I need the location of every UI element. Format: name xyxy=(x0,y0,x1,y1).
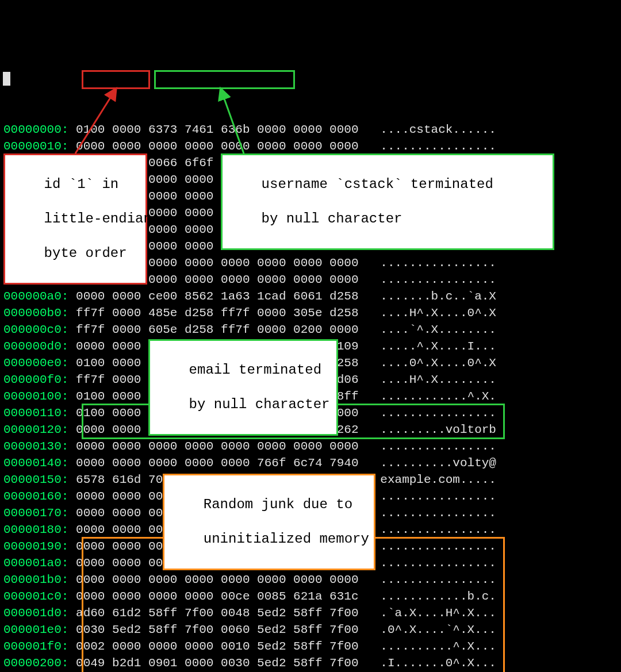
annotation-id-line2: little-endian xyxy=(44,211,152,226)
hexdump-row: 000000c0: ff7f 0000 605e d258 ff7f 0000 … xyxy=(3,321,621,338)
highlight-username-bytes xyxy=(154,70,295,89)
annotation-username-line1: username `cstack` terminated xyxy=(262,176,493,192)
hexdump-row: 00000140: 0000 0000 0000 0000 0000 766f … xyxy=(3,455,621,471)
annotation-id: id `1` in little-endian byte order xyxy=(3,153,147,285)
hexdump-row: 000000b0: ff7f 0000 485e d258 ff7f 0000 … xyxy=(3,305,621,321)
text-cursor xyxy=(3,72,10,86)
highlight-id-bytes xyxy=(82,70,150,89)
annotation-username: username `cstack` terminated by null cha… xyxy=(221,153,554,250)
hexdump-row: 00000000: 0100 0000 6373 7461 636b 0000 … xyxy=(3,121,621,138)
hexdump-annotated-view: 00000000: 0100 0000 6373 7461 636b 0000 … xyxy=(0,67,621,672)
hexdump-row: 000000a0: 0000 0000 ce00 8562 1a63 1cad … xyxy=(3,288,621,305)
hexdump-row: 00000010: 0000 0000 0000 0000 0000 0000 … xyxy=(3,138,621,155)
hexdump-row: 00000130: 0000 0000 0000 0000 0000 0000 … xyxy=(3,438,621,455)
annotation-junk: Random junk due to uninitialized memory xyxy=(163,474,375,570)
annotation-junk-line1: Random junk due to xyxy=(204,497,352,512)
annotation-email: email terminated by null character xyxy=(148,339,338,436)
annotation-id-line3: byte order xyxy=(44,245,127,261)
annotation-junk-line2: uninitialized memory xyxy=(204,531,369,547)
annotation-username-line2: by null character xyxy=(262,211,402,226)
annotation-email-line1: email terminated xyxy=(189,362,321,378)
annotation-email-line2: by null character xyxy=(189,397,330,412)
annotation-id-line1: id `1` in xyxy=(44,176,119,192)
